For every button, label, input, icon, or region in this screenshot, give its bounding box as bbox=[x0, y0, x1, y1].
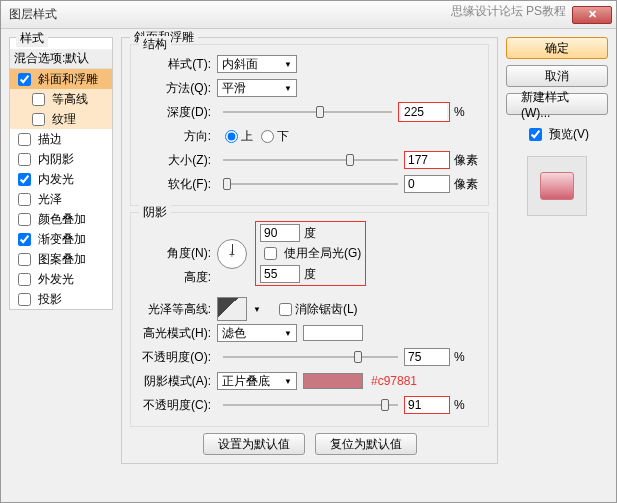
direction-label: 方向: bbox=[139, 128, 217, 145]
gloss-label: 光泽等高线: bbox=[139, 301, 217, 318]
gloss-contour-picker[interactable] bbox=[217, 297, 247, 321]
style-item-gradient_overlay[interactable]: 渐变叠加 bbox=[10, 229, 112, 249]
size-input[interactable] bbox=[404, 151, 450, 169]
style-checkbox-gradient_overlay[interactable] bbox=[18, 233, 31, 246]
altitude-input[interactable] bbox=[260, 265, 300, 283]
shadow-mode-combo[interactable]: 正片叠底▼ bbox=[217, 372, 297, 390]
depth-slider[interactable] bbox=[223, 103, 392, 121]
size-slider[interactable] bbox=[223, 151, 398, 169]
style-label: 内发光 bbox=[38, 171, 74, 188]
chevron-down-icon: ▼ bbox=[284, 329, 292, 338]
preview-label: 预览(V) bbox=[549, 126, 589, 143]
direction-up-radio[interactable] bbox=[225, 130, 238, 143]
styles-group-label: 样式 bbox=[16, 30, 48, 47]
ok-button[interactable]: 确定 bbox=[506, 37, 608, 59]
style-checkbox-color_overlay[interactable] bbox=[18, 213, 31, 226]
right-buttons: 确定 取消 新建样式(W)... 预览(V) bbox=[506, 37, 608, 494]
chevron-down-icon: ▼ bbox=[284, 377, 292, 386]
soften-slider[interactable] bbox=[223, 175, 398, 193]
style-item-inner_glow[interactable]: 内发光 bbox=[10, 169, 112, 189]
chevron-down-icon[interactable]: ▼ bbox=[253, 305, 261, 314]
preview-thumbnail bbox=[527, 156, 587, 216]
style-item-outer_glow[interactable]: 外发光 bbox=[10, 269, 112, 289]
style-checkbox-outer_glow[interactable] bbox=[18, 273, 31, 286]
preview-checkbox[interactable] bbox=[529, 128, 542, 141]
bevel-group: 斜面和浮雕 结构 样式(T): 内斜面▼ 方法(Q): 平滑▼ 深度(D): bbox=[121, 37, 498, 464]
soften-label: 软化(F): bbox=[139, 176, 217, 193]
style-item-inner_shadow[interactable]: 内阴影 bbox=[10, 149, 112, 169]
soften-input[interactable] bbox=[404, 175, 450, 193]
size-label: 大小(Z): bbox=[139, 152, 217, 169]
styles-sidebar: 样式 混合选项:默认斜面和浮雕等高线纹理描边内阴影内发光光泽颜色叠加渐变叠加图案… bbox=[9, 37, 113, 494]
angle-input[interactable] bbox=[260, 224, 300, 242]
style-checkbox-inner_glow[interactable] bbox=[18, 173, 31, 186]
style-label: 等高线 bbox=[52, 91, 88, 108]
shadow-color-swatch[interactable] bbox=[303, 373, 363, 389]
style-checkbox-texture_sub[interactable] bbox=[32, 113, 45, 126]
style-label: 外发光 bbox=[38, 271, 74, 288]
style-item-texture_sub[interactable]: 纹理 bbox=[10, 109, 112, 129]
angle-label: 角度(N): bbox=[139, 245, 217, 262]
style-label: 纹理 bbox=[52, 111, 76, 128]
style-label: 斜面和浮雕 bbox=[38, 71, 98, 88]
shading-group: 阴影 角度(N): 度 使用全局光(G) bbox=[130, 212, 489, 427]
style-checkbox-contour_sub[interactable] bbox=[32, 93, 45, 106]
style-label: 图案叠加 bbox=[38, 251, 86, 268]
blend-options-item[interactable]: 混合选项:默认 bbox=[10, 49, 112, 69]
highlight-opacity-input[interactable] bbox=[404, 348, 450, 366]
depth-unit: % bbox=[450, 105, 480, 119]
soften-unit: 像素 bbox=[450, 176, 480, 193]
new-style-button[interactable]: 新建样式(W)... bbox=[506, 93, 608, 115]
angle-picker[interactable] bbox=[217, 239, 247, 269]
highlight-opacity-slider[interactable] bbox=[223, 348, 398, 366]
bevel-panel: 斜面和浮雕 结构 样式(T): 内斜面▼ 方法(Q): 平滑▼ 深度(D): bbox=[121, 37, 498, 494]
antialias-checkbox[interactable] bbox=[279, 303, 292, 316]
size-unit: 像素 bbox=[450, 152, 480, 169]
style-item-contour_sub[interactable]: 等高线 bbox=[10, 89, 112, 109]
style-label: 颜色叠加 bbox=[38, 211, 86, 228]
style-checkbox-drop_shadow[interactable] bbox=[18, 293, 31, 306]
global-light-label: 使用全局光(G) bbox=[284, 245, 361, 262]
style-label: 描边 bbox=[38, 131, 62, 148]
style-item-stroke[interactable]: 描边 bbox=[10, 129, 112, 149]
highlight-mode-combo[interactable]: 滤色▼ bbox=[217, 324, 297, 342]
depth-label: 深度(D): bbox=[139, 104, 217, 121]
style-label: 投影 bbox=[38, 291, 62, 308]
style-checkbox-stroke[interactable] bbox=[18, 133, 31, 146]
shadow-color-annotation: #c97881 bbox=[363, 374, 417, 388]
style-item-satin[interactable]: 光泽 bbox=[10, 189, 112, 209]
highlight-mode-label: 高光模式(H): bbox=[139, 325, 217, 342]
shading-label: 阴影 bbox=[139, 204, 171, 221]
style-item-color_overlay[interactable]: 颜色叠加 bbox=[10, 209, 112, 229]
style-checkbox-bevel[interactable] bbox=[18, 73, 31, 86]
style-checkbox-pattern_overlay[interactable] bbox=[18, 253, 31, 266]
window-title: 图层样式 bbox=[9, 6, 57, 23]
style-item-drop_shadow[interactable]: 投影 bbox=[10, 289, 112, 309]
highlight-color-swatch[interactable] bbox=[303, 325, 363, 341]
titlebar: 图层样式 思缘设计论坛 PS教程 ✕ bbox=[1, 1, 616, 29]
style-label: 样式(T): bbox=[139, 56, 217, 73]
style-checkbox-satin[interactable] bbox=[18, 193, 31, 206]
cancel-button[interactable]: 取消 bbox=[506, 65, 608, 87]
chevron-down-icon: ▼ bbox=[284, 60, 292, 69]
style-label: 光泽 bbox=[38, 191, 62, 208]
style-item-bevel[interactable]: 斜面和浮雕 bbox=[10, 69, 112, 89]
direction-down-radio[interactable] bbox=[261, 130, 274, 143]
reset-default-button[interactable]: 复位为默认值 bbox=[315, 433, 417, 455]
style-checkbox-inner_shadow[interactable] bbox=[18, 153, 31, 166]
close-icon[interactable]: ✕ bbox=[572, 6, 612, 24]
shadow-opacity-slider[interactable] bbox=[223, 396, 398, 414]
global-light-checkbox[interactable] bbox=[264, 247, 277, 260]
technique-combo[interactable]: 平滑▼ bbox=[217, 79, 297, 97]
shadow-opacity-input[interactable] bbox=[404, 396, 450, 414]
style-item-pattern_overlay[interactable]: 图案叠加 bbox=[10, 249, 112, 269]
depth-input[interactable] bbox=[401, 103, 447, 121]
structure-label: 结构 bbox=[139, 36, 171, 53]
layer-style-dialog: 图层样式 思缘设计论坛 PS教程 ✕ 样式 混合选项:默认斜面和浮雕等高线纹理描… bbox=[0, 0, 617, 503]
antialias-label: 消除锯齿(L) bbox=[295, 301, 358, 318]
make-default-button[interactable]: 设置为默认值 bbox=[203, 433, 305, 455]
watermark: 思缘设计论坛 PS教程 bbox=[451, 5, 566, 17]
chevron-down-icon: ▼ bbox=[284, 84, 292, 93]
style-combo[interactable]: 内斜面▼ bbox=[217, 55, 297, 73]
altitude-label: 高度: bbox=[139, 269, 217, 286]
